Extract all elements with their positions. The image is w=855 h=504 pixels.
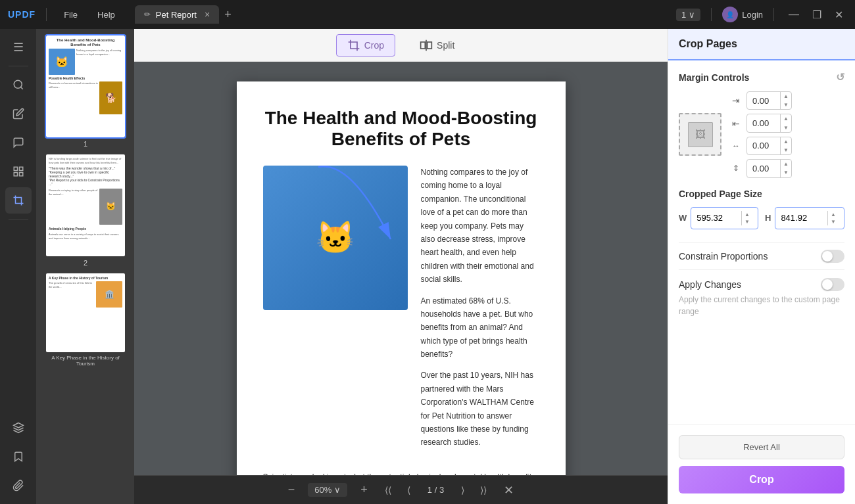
svg-rect-3	[19, 167, 22, 170]
crop-label: Crop	[364, 40, 384, 51]
apply-description: Apply the current changes to the custom …	[679, 294, 844, 317]
sidebar-icon-comment[interactable]	[5, 129, 32, 156]
svg-rect-5	[19, 173, 22, 176]
tab-edit-icon: ✏	[144, 10, 151, 19]
nav-prev-button[interactable]: ⟨	[403, 482, 414, 498]
login-button[interactable]: 👤 Login	[722, 7, 763, 22]
margin-bottom-up[interactable]: ▲	[781, 114, 791, 123]
reset-margins-button[interactable]: ↺	[836, 71, 844, 83]
thumbnail-3[interactable]: A Key Phase in the History of Tourism Th…	[42, 273, 129, 367]
wh-row: W 595.32 ▲ ▼ H 841.92	[679, 207, 844, 229]
close-button[interactable]: ✕	[831, 7, 847, 22]
height-value: 841.92	[781, 213, 807, 223]
thumbnail-panel: The Health and Mood-Boosting Benefits of…	[37, 29, 134, 504]
zoom-level-control[interactable]: 60% ∨	[308, 483, 347, 497]
margin-left-input[interactable]: 0.00 ▲ ▼	[746, 137, 792, 155]
tab-pet-report[interactable]: ✏ Pet Report ×	[135, 5, 219, 24]
cropped-size-label: Cropped Page Size	[679, 189, 844, 199]
svg-rect-8	[421, 42, 426, 49]
pdf-title: The Health and Mood-BoostingBenefits of …	[263, 108, 539, 150]
sidebar-icon-edit[interactable]	[5, 101, 32, 127]
zoom-chevron: ∨	[334, 485, 341, 495]
width-down[interactable]: ▼	[742, 218, 752, 225]
margin-left-up[interactable]: ▲	[781, 137, 791, 146]
sidebar-icon-bookmark[interactable]	[5, 444, 32, 470]
height-spinners[interactable]: ▲ ▼	[827, 211, 839, 225]
height-up[interactable]: ▲	[828, 211, 839, 218]
page-nav-value: 1	[681, 10, 686, 20]
margin-controls-section: Margin Controls ↺	[679, 71, 844, 83]
width-input[interactable]: 595.32 ▲ ▼	[691, 207, 758, 229]
page-total: 3	[439, 485, 444, 495]
margin-top-down[interactable]: ▼	[781, 101, 791, 109]
height-field: H 841.92 ▲ ▼	[765, 207, 844, 229]
width-up[interactable]: ▲	[742, 211, 752, 218]
menu-file[interactable]: File	[57, 7, 84, 22]
margin-bottom-down[interactable]: ▼	[781, 124, 791, 132]
margin-bottom-icon: ⇤	[729, 118, 743, 129]
margin-right-value: 0.00	[747, 161, 780, 176]
panel-footer: Revert All Crop	[668, 424, 855, 504]
page-current: 1	[428, 485, 432, 495]
left-sidebar: ☰	[0, 29, 37, 504]
pdf-page-content: The Health and Mood-BoostingBenefits of …	[237, 81, 566, 475]
height-down[interactable]: ▼	[828, 218, 839, 225]
width-value: 595.32	[696, 213, 723, 223]
crop-tool-button[interactable]: Crop	[336, 34, 395, 57]
height-label: H	[765, 213, 771, 223]
thumb-image-1: The Health and Mood-Boosting Benefits of…	[46, 35, 125, 137]
margin-top-icon: ⇥	[729, 95, 743, 106]
sidebar-icon-attachment[interactable]	[5, 472, 32, 499]
nav-last-button[interactable]: ⟩⟩	[476, 482, 491, 498]
tab-add-btn[interactable]: +	[224, 8, 232, 22]
titlebar-divider	[46, 8, 47, 21]
margin-right-up[interactable]: ▲	[781, 160, 791, 168]
split-tool-button[interactable]: Split	[408, 34, 466, 57]
margin-bottom-spinners[interactable]: ▲ ▼	[780, 114, 791, 131]
sidebar-icon-organize[interactable]	[5, 158, 32, 185]
apply-toggle[interactable]	[821, 278, 844, 291]
margin-right-spinners[interactable]: ▲ ▼	[780, 160, 791, 177]
sidebar-icon-menu[interactable]: ☰	[5, 34, 32, 60]
revert-all-button[interactable]: Revert All	[679, 435, 844, 459]
tab-close-btn[interactable]: ×	[205, 9, 210, 20]
sidebar-sep-2	[9, 219, 28, 219]
crop-apply-button[interactable]: Crop	[679, 466, 844, 493]
minimize-button[interactable]: —	[785, 7, 803, 22]
constrain-toggle[interactable]	[821, 250, 844, 263]
nav-next-button[interactable]: ⟩	[457, 482, 468, 498]
thumbnail-1[interactable]: The Health and Mood-Boosting Benefits of…	[42, 35, 129, 148]
width-field: W 595.32 ▲ ▼	[679, 207, 758, 229]
zoom-out-button[interactable]: −	[283, 480, 301, 499]
zoom-in-button[interactable]: +	[355, 480, 373, 499]
margin-right-input[interactable]: 0.00 ▲ ▼	[746, 159, 792, 177]
bottom-bar: − 60% ∨ + ⟨⟨ ⟨ 1 / 3 ⟩ ⟩⟩ ✕	[134, 475, 668, 504]
login-label: Login	[742, 10, 763, 20]
nav-first-button[interactable]: ⟨⟨	[381, 482, 395, 498]
margin-top-up[interactable]: ▲	[781, 92, 791, 101]
margin-right-icon: ⇕	[729, 164, 743, 173]
main-layout: ☰ The Health and Mo	[0, 29, 855, 504]
close-crop-bar-button[interactable]: ✕	[499, 480, 519, 500]
toolbar: Crop Split	[134, 29, 668, 62]
thumb-image-3: A Key Phase in the History of Tourism Th…	[46, 273, 125, 352]
sidebar-icon-search[interactable]	[5, 72, 32, 98]
svg-rect-2	[14, 167, 17, 170]
margin-left-spinners[interactable]: ▲ ▼	[780, 137, 791, 154]
sidebar-icon-crop[interactable]	[5, 187, 32, 214]
margin-top-row: ⇥ 0.00 ▲ ▼	[729, 91, 844, 110]
thumbnail-2[interactable]: NIH is funding large-scale science to fi…	[42, 154, 129, 267]
apply-changes-row: Apply Changes Apply the current changes …	[679, 269, 844, 324]
page-nav[interactable]: 1 ∨	[676, 9, 700, 21]
margin-right-down[interactable]: ▼	[781, 168, 791, 177]
maximize-button[interactable]: ❐	[808, 7, 825, 22]
margin-top-spinners[interactable]: ▲ ▼	[780, 92, 791, 109]
margin-left-down[interactable]: ▼	[781, 146, 791, 154]
page-nav-chevron[interactable]: ∨	[689, 10, 695, 20]
height-input[interactable]: 841.92 ▲ ▼	[775, 207, 844, 229]
margin-bottom-input[interactable]: 0.00 ▲ ▼	[746, 114, 792, 132]
sidebar-icon-layers[interactable]	[5, 415, 32, 441]
width-spinners[interactable]: ▲ ▼	[741, 211, 752, 225]
margin-top-input[interactable]: 0.00 ▲ ▼	[746, 91, 792, 110]
menu-help[interactable]: Help	[91, 7, 122, 22]
